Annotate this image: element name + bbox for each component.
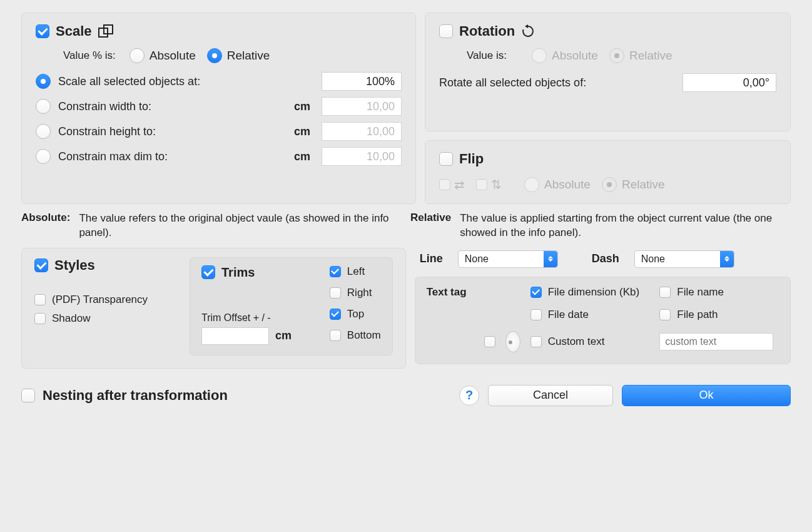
constrain-max-option[interactable]: Constrain max dim to: cm (36, 147, 402, 166)
styles-title-row: Styles (34, 257, 95, 274)
scale-relative-option[interactable]: Relative (207, 48, 270, 63)
rotation-title-row: Rotation (439, 23, 535, 39)
trim-top-checkbox[interactable] (330, 309, 341, 320)
file-dimension-label: File dimension (Kb) (548, 286, 639, 299)
select-stepper-icon (720, 251, 734, 267)
top-row: Scale Value % is: Absolute Relative (21, 13, 791, 204)
flip-title-row: Flip (439, 151, 484, 167)
trims-panel: Trims Trim Offset + / - cm Left (190, 257, 393, 356)
trim-right-option[interactable]: Right (330, 287, 381, 299)
file-dimension-option[interactable]: File dimension (Kb) (530, 286, 650, 299)
trim-bottom-option[interactable]: Bottom (330, 329, 381, 342)
tag-master-checkbox[interactable] (484, 336, 495, 347)
pdf-transparency-label: (PDF) Transparency (52, 294, 148, 306)
custom-text-field[interactable] (659, 333, 773, 350)
help-absolute-val: The value refers to the original object … (79, 212, 402, 240)
constrain-width-radio[interactable] (36, 99, 51, 114)
trim-offset-row: cm (201, 327, 311, 345)
constrain-height-radio[interactable] (36, 124, 51, 139)
trim-right-label: Right (347, 287, 372, 299)
scale-panel: Scale Value % is: Absolute Relative (21, 13, 416, 204)
line-label: Line (420, 252, 443, 265)
shadow-option[interactable]: Shadow (34, 312, 178, 325)
scale-relative-radio[interactable] (207, 48, 222, 63)
help-relative: Relative The value is applied starting f… (410, 212, 791, 240)
line-select-value: None (465, 253, 489, 265)
line-select[interactable]: None (458, 250, 558, 268)
trim-bottom-label: Bottom (347, 329, 381, 342)
scale-all-option[interactable]: Scale all selected objects at: (36, 72, 402, 91)
file-date-label: File date (548, 309, 589, 321)
file-name-option[interactable]: File name (659, 286, 779, 299)
file-name-label: File name (677, 286, 724, 299)
styles-panel: Styles (PDF) Transparency Shadow Trims (21, 248, 406, 369)
flip-relative-option: Relative (602, 177, 665, 192)
scale-absolute-label: Absolute (150, 49, 196, 63)
rotate-value-field[interactable] (683, 73, 776, 92)
pdf-transparency-checkbox[interactable] (34, 294, 46, 305)
flip-options-row: ⇄ ⇅ Absolute Relative (439, 177, 776, 192)
flip-enabled-checkbox[interactable] (439, 152, 453, 166)
trim-offset-label: Trim Offset + / - (201, 312, 311, 324)
help-absolute-key: Absolute: (21, 212, 70, 240)
dash-select-value: None (641, 253, 665, 265)
scale-enabled-checkbox[interactable] (36, 24, 49, 38)
flip-vertical-checkbox (476, 179, 487, 190)
file-path-label: File path (677, 309, 718, 321)
scale-absolute-option[interactable]: Absolute (129, 48, 196, 63)
nesting-label: Nesting after transformation (43, 387, 228, 404)
constrain-max-field[interactable] (322, 147, 402, 166)
file-date-checkbox[interactable] (530, 309, 542, 320)
cancel-button[interactable]: Cancel (488, 385, 613, 406)
file-name-checkbox[interactable] (659, 287, 671, 298)
custom-text-option[interactable]: Custom text (530, 335, 650, 348)
unit-cm-1: cm (294, 100, 310, 113)
rotation-relative-label: Relative (629, 49, 672, 63)
trim-left-checkbox[interactable] (330, 266, 341, 277)
trim-left-option[interactable]: Left (330, 265, 381, 278)
trim-left-label: Left (347, 265, 365, 278)
help-absolute: Absolute: The value refers to the origin… (21, 212, 402, 240)
tag-angle-dial-cell[interactable] (505, 331, 520, 352)
text-tag-panel: Text tag File dimension (Kb) File name F… (415, 277, 791, 364)
constrain-width-option[interactable]: Constrain width to: cm (36, 97, 402, 116)
nesting-option[interactable]: Nesting after transformation (21, 387, 228, 404)
constrain-height-field[interactable] (322, 122, 402, 141)
file-date-option[interactable]: File date (530, 309, 650, 321)
help-button[interactable]: ? (459, 386, 479, 406)
constrain-height-option[interactable]: Constrain height to: cm (36, 122, 402, 141)
rotation-absolute-radio (532, 48, 547, 63)
scale-absolute-radio[interactable] (129, 48, 145, 63)
custom-text-checkbox[interactable] (530, 336, 542, 347)
dash-select[interactable]: None (634, 250, 734, 268)
trim-top-label: Top (347, 308, 364, 320)
nesting-checkbox[interactable] (21, 389, 35, 402)
flip-horizontal-checkbox (439, 179, 450, 190)
rotation-enabled-checkbox[interactable] (439, 24, 453, 38)
unit-cm-3: cm (294, 150, 310, 163)
file-dimension-checkbox[interactable] (530, 287, 542, 298)
scale-title-row: Scale (36, 23, 116, 39)
file-path-option[interactable]: File path (659, 309, 779, 321)
scale-all-radio[interactable] (36, 74, 51, 89)
tag-row-toggle[interactable] (427, 336, 495, 347)
trim-right-checkbox[interactable] (330, 287, 341, 299)
ok-button[interactable]: Ok (622, 385, 791, 406)
line-dash-row: Line None Dash None (415, 248, 791, 268)
constrain-width-label: Constrain width to: (58, 100, 151, 113)
trim-bottom-checkbox[interactable] (330, 330, 341, 341)
dialog-window: Scale Value % is: Absolute Relative (0, 0, 812, 421)
trim-offset-field[interactable] (201, 327, 269, 345)
constrain-width-field[interactable] (322, 97, 402, 116)
trim-top-option[interactable]: Top (330, 308, 381, 320)
rotation-panel: Rotation Value is: Absolute R (425, 13, 791, 131)
constrain-max-radio[interactable] (36, 149, 51, 164)
trims-enabled-checkbox[interactable] (201, 265, 215, 279)
file-path-checkbox[interactable] (659, 309, 671, 320)
angle-dial[interactable] (505, 331, 520, 352)
pdf-transparency-option[interactable]: (PDF) Transparency (34, 294, 178, 306)
styles-enabled-checkbox[interactable] (34, 258, 48, 272)
shadow-checkbox[interactable] (34, 313, 46, 324)
rotation-relative-option: Relative (609, 48, 672, 63)
scale-percent-field[interactable] (322, 72, 402, 91)
